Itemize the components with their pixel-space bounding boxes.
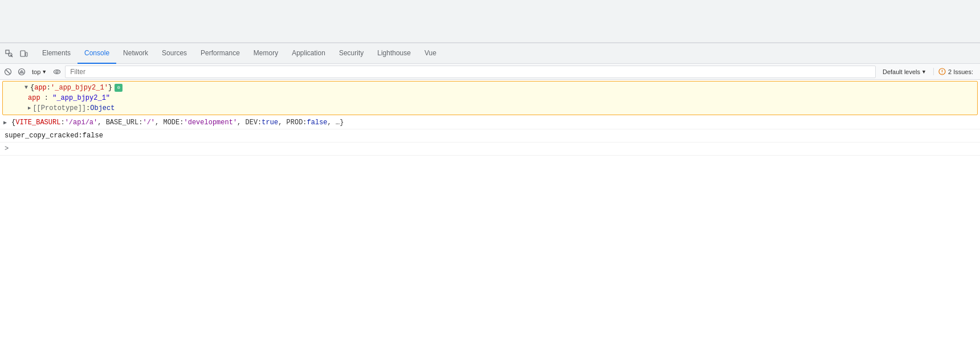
devtools-tabbar: Elements Console Network Sources Perform…	[0, 43, 980, 64]
tab-application[interactable]: Application	[285, 43, 332, 64]
inspect-element-icon[interactable]	[2, 47, 16, 60]
svg-line-6	[6, 70, 10, 74]
default-levels-selector[interactable]: Default levels ▼	[878, 68, 931, 75]
clear-console-icon[interactable]	[2, 66, 14, 78]
svg-rect-0	[6, 50, 9, 54]
console-toolbar: top ▼ Default levels ▼ 2 Issues:	[0, 64, 980, 80]
tab-sources[interactable]: Sources	[155, 43, 194, 64]
console-entry-1-sub2[interactable]: ▶ [[Prototype]] : Object	[17, 103, 115, 113]
svg-rect-3	[21, 51, 25, 56]
svg-point-12	[56, 71, 58, 73]
prompt-chevron-icon: >	[5, 144, 9, 154]
browser-top-bar	[0, 0, 980, 43]
default-levels-arrow-icon: ▼	[921, 69, 926, 75]
tab-security[interactable]: Security	[332, 43, 370, 64]
context-selector[interactable]: top ▼	[30, 66, 49, 78]
svg-point-15	[942, 73, 942, 74]
device-toggle-icon[interactable]	[17, 47, 31, 60]
console-entry-1[interactable]: ▼ { app : '_app_bjpy2_1' } ⚙ app : "_app…	[2, 81, 978, 115]
tab-lighthouse[interactable]: Lighthouse	[370, 43, 418, 64]
devtools-tabs: Elements Console Network Sources Perform…	[35, 43, 443, 64]
devtools-toolbar-icons	[2, 47, 31, 60]
dropdown-arrow-icon: ▼	[42, 69, 47, 75]
tab-performance[interactable]: Performance	[194, 43, 247, 64]
warning-icon	[938, 68, 946, 75]
console-entry-3: super_copy_cracked:false	[0, 129, 980, 143]
devtools-panel: Elements Console Network Sources Perform…	[0, 43, 980, 309]
console-prompt-line[interactable]: >	[0, 143, 980, 156]
console-entry-2[interactable]: ▶ { VITE_BASURL : '/api/a' , BASE_URL: '…	[0, 116, 980, 129]
filter-input[interactable]	[68, 66, 873, 78]
svg-rect-4	[26, 52, 27, 56]
eye-icon[interactable]	[51, 66, 63, 78]
console-input[interactable]	[11, 145, 975, 153]
tab-network[interactable]: Network	[116, 43, 155, 64]
filter-box[interactable]	[65, 66, 876, 78]
tab-memory[interactable]: Memory	[247, 43, 285, 64]
collapse-arrow-prototype[interactable]: ▶	[28, 103, 31, 113]
expand-arrow-2[interactable]: ▶	[3, 118, 7, 128]
issues-badge: 2 Issues:	[933, 68, 978, 75]
tab-vue[interactable]: Vue	[418, 43, 443, 64]
tab-elements[interactable]: Elements	[35, 43, 77, 64]
console-entry-1-sub1: app : "_app_bjpy2_1"	[17, 93, 110, 103]
tab-console[interactable]: Console	[77, 43, 116, 64]
vue-component-icon: ⚙	[115, 84, 122, 92]
expand-arrow-1[interactable]: ▼	[24, 83, 28, 93]
filter-icon[interactable]	[16, 66, 27, 78]
console-output: ▼ { app : '_app_bjpy2_1' } ⚙ app : "_app…	[0, 81, 980, 309]
